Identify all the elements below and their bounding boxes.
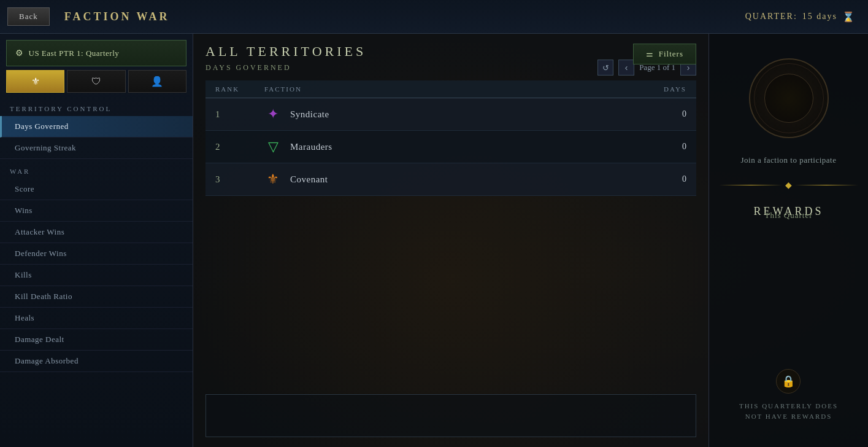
rank-column-header: RANK	[205, 80, 255, 98]
leaderboard-table: RANK FACTION DAYS 1 ✦ Syndicate 0 2 ▽ M	[205, 80, 696, 196]
sidebar-item-days-governed[interactable]: Days Governed	[0, 116, 193, 138]
header: Back FACTION WAR QUARTER: 15 days ⌛	[0, 0, 868, 34]
sidebar-item-attacker-wins[interactable]: Attacker Wins	[0, 222, 193, 243]
sidebar-item-kill-death-ratio[interactable]: Kill Death Ratio	[0, 286, 193, 308]
war-section-label: WAR	[0, 159, 193, 179]
diamond-icon: ◆	[785, 180, 792, 190]
rank-cell: 1	[205, 98, 255, 131]
sidebar-item-score[interactable]: Score	[0, 179, 193, 200]
tab-person[interactable]: 👤	[128, 70, 186, 93]
faction-icon: ▽	[264, 138, 282, 155]
faction-cell: ▽ Marauders	[255, 131, 552, 163]
quarter-value: 15 days	[802, 12, 837, 21]
bottom-area	[205, 394, 696, 437]
sidebar-item-damage-absorbed[interactable]: Damage Absorbed	[0, 351, 193, 372]
emblem-inner-ring	[764, 74, 813, 123]
sort-label: DAYS GOVERNED	[205, 63, 291, 72]
server-name: US East PTR 1: Quarterly	[29, 49, 120, 58]
quarter-info: QUARTER: 15 days ⌛	[745, 11, 856, 23]
days-cell: 0	[552, 131, 696, 163]
sidebar-item-damage-dealt[interactable]: Damage Dealt	[0, 329, 193, 351]
tab-faction[interactable]: ⚜	[6, 70, 64, 93]
table-row: 3 ⚜ Covenant 0	[205, 163, 696, 196]
tab-shield[interactable]: 🛡	[67, 70, 125, 93]
faction-name: Covenant	[290, 174, 328, 185]
faction-icon: ⚜	[264, 171, 282, 188]
faction-name: Marauders	[290, 142, 332, 152]
app-title: FACTION WAR	[64, 10, 170, 23]
faction-name: Syndicate	[290, 109, 329, 120]
content-title: ALL TERRITORIES	[205, 44, 366, 59]
sliders-icon: ⚌	[646, 49, 654, 59]
prev-page-button[interactable]: ‹	[618, 60, 634, 76]
join-text: Join a faction to participate	[740, 155, 836, 165]
sidebar-item-wins[interactable]: Wins	[0, 200, 193, 222]
rewards-section: REWARDS This Quarter	[753, 205, 823, 220]
faction-cell: ✦ Syndicate	[255, 98, 552, 131]
server-selector[interactable]: ⚙ US East PTR 1: Quarterly	[6, 40, 186, 66]
sliders-icon: ⚙	[15, 48, 24, 58]
days-cell: 0	[552, 163, 696, 196]
content-area: ALL TERRITORIES ⚌ Filters DAYS GOVERNED …	[193, 34, 709, 447]
table-row: 1 ✦ Syndicate 0	[205, 98, 696, 131]
rank-cell: 3	[205, 163, 255, 196]
divider-line: ◆	[719, 180, 858, 190]
sidebar: ⚙ US East PTR 1: Quarterly ⚜ 🛡 👤 TERRITO…	[0, 34, 193, 447]
table-header-row: RANK FACTION DAYS	[205, 80, 696, 98]
tab-row: ⚜ 🛡 👤	[6, 70, 186, 93]
rank-cell: 2	[205, 131, 255, 163]
table-row: 2 ▽ Marauders 0	[205, 131, 696, 163]
main-layout: ⚙ US East PTR 1: Quarterly ⚜ 🛡 👤 TERRITO…	[0, 34, 868, 447]
sidebar-item-governing-streak[interactable]: Governing Streak	[0, 138, 193, 159]
table-controls: DAYS GOVERNED ↺ ‹ Page 1 of 1 ›	[205, 60, 696, 76]
right-panel: Join a faction to participate ◆ REWARDS …	[709, 34, 868, 447]
refresh-button[interactable]: ↺	[597, 60, 613, 76]
days-cell: 0	[552, 98, 696, 131]
no-rewards-area: 🔒 THIS QUARTERLY DOESNOT HAVE REWARDS	[739, 369, 838, 435]
quarter-label: QUARTER:	[745, 12, 797, 21]
faction-cell: ⚜ Covenant	[255, 163, 552, 196]
filters-button[interactable]: ⚌ Filters	[633, 44, 696, 64]
emblem-container	[749, 58, 829, 138]
days-column-header: DAYS	[552, 80, 696, 98]
sidebar-item-defender-wins[interactable]: Defender Wins	[0, 243, 193, 265]
no-rewards-text: THIS QUARTERLY DOESNOT HAVE REWARDS	[739, 401, 838, 422]
lock-icon: 🔒	[776, 369, 801, 394]
faction-column-header: FACTION	[255, 80, 552, 98]
emblem-outer	[749, 58, 829, 138]
hourglass-icon: ⌛	[842, 11, 856, 23]
territory-section-label: TERRITORY CONTROL	[0, 96, 193, 116]
faction-icon: ✦	[264, 106, 282, 123]
back-button[interactable]: Back	[7, 7, 50, 26]
sidebar-item-kills[interactable]: Kills	[0, 265, 193, 286]
sidebar-item-heals[interactable]: Heals	[0, 308, 193, 329]
